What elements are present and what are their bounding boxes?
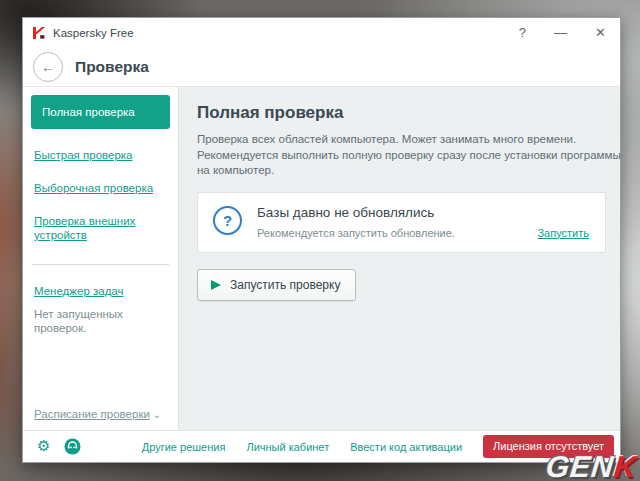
scan-schedule-label: Расписание проверки [34,408,150,420]
sidebar: Полная проверка Быстрая проверка Выбороч… [23,87,179,430]
notice-subtitle: Рекомендуется запустить обновление. [257,227,455,239]
enter-activation-code-link[interactable]: Ввести код активации [350,441,462,453]
page-title: Проверка [75,58,149,76]
window-body: Полная проверка Быстрая проверка Выбороч… [23,87,620,430]
sidebar-item-external-devices-scan[interactable]: Проверка внешних устройств [34,214,168,242]
question-circle-icon: ? [213,206,242,235]
databases-notice-card: ? Базы давно не обновлялись Рекомендуетс… [197,192,606,253]
task-manager-status: Нет запущенных проверок. [34,307,168,335]
back-arrow-icon: ← [41,60,55,74]
other-solutions-link[interactable]: Другие решения [142,441,226,453]
sidebar-divider [32,264,169,265]
watermark-k-text: K [613,450,639,481]
back-button[interactable]: ← [33,52,63,82]
watermark-gen-text: GEN [545,450,616,481]
help-button[interactable]: ? [519,18,526,48]
sidebar-item-quick-scan[interactable]: Быстрая проверка [34,148,168,162]
titlebar: Kaspersky Free ? — ✕ [23,18,620,48]
scan-schedule-link[interactable]: Расписание проверки⌄ [34,408,161,420]
run-update-link[interactable]: Запустить [537,227,589,239]
run-scan-button-label: Запустить проверку [230,278,340,292]
notice-title: Базы давно не обновлялись [257,205,455,220]
notice-text-block: Базы давно не обновлялись Рекомендуется … [257,205,455,239]
my-account-link[interactable]: Личный кабинет [246,441,329,453]
app-title: Kaspersky Free [53,27,134,39]
close-button[interactable]: ✕ [595,18,606,48]
genk-watermark: GENK [545,450,639,481]
gear-icon[interactable]: ⚙ [37,439,50,454]
support-icon[interactable] [64,438,81,455]
footer-bar: ⚙ Другие решения Личный кабинет Ввести к… [23,430,620,462]
kaspersky-logo-icon [32,26,46,40]
run-scan-button[interactable]: Запустить проверку [197,269,356,301]
page-header: ← Проверка [23,48,620,87]
sidebar-item-full-scan[interactable]: Полная проверка [31,95,170,129]
chevron-down-icon: ⌄ [153,409,161,420]
scan-title: Полная проверка [197,103,606,123]
kaspersky-window: Kaspersky Free ? — ✕ ← Проверка Полная п… [22,17,621,463]
sidebar-item-selective-scan[interactable]: Выборочная проверка [34,181,168,195]
minimize-button[interactable]: — [554,18,567,48]
sidebar-item-task-manager[interactable]: Менеджер задач [34,284,168,298]
play-icon [211,280,221,290]
main-content: Полная проверка Проверка всех областей к… [179,87,620,430]
scan-description: Проверка всех областей компьютера. Может… [197,132,629,179]
